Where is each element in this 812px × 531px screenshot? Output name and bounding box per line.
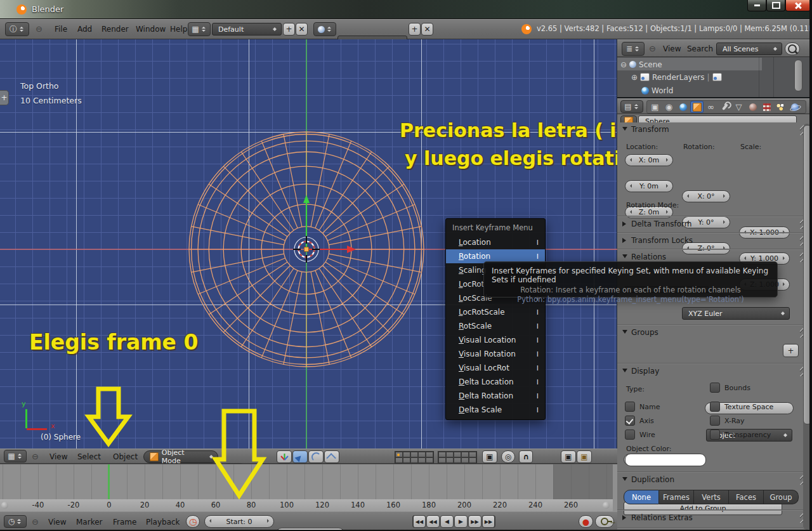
xray-checkbox-row[interactable]: X-Ray bbox=[710, 416, 745, 426]
scrollbar-cap-right[interactable] bbox=[603, 502, 610, 509]
name-checkbox[interactable] bbox=[625, 402, 635, 412]
relations-extras-panel-header[interactable]: Relations Extras bbox=[622, 513, 693, 522]
screen-layout-name-field[interactable]: Default bbox=[212, 23, 282, 36]
menu-window[interactable]: Window bbox=[136, 22, 166, 37]
rotation-x-field[interactable]: X: 0° bbox=[682, 190, 730, 202]
viewport-menu-view[interactable]: View bbox=[49, 449, 67, 464]
editor-type-selector[interactable]: ⓘ bbox=[5, 22, 29, 36]
outliner-row-renderlayers[interactable]: ⊕ RenderLayers | bbox=[631, 70, 722, 84]
menu-item-visual-rotation[interactable]: Visual RotationI bbox=[446, 347, 545, 361]
outliner-scrollbar[interactable] bbox=[794, 60, 802, 91]
properties-editor-selector[interactable]: ▤ bbox=[620, 100, 643, 113]
jump-to-end-button[interactable]: ▶▶ bbox=[482, 515, 495, 528]
layers-grid-2[interactable] bbox=[438, 451, 477, 464]
axis-checkbox-row[interactable]: Axis bbox=[625, 416, 654, 426]
maximize-button[interactable] bbox=[766, 0, 785, 11]
duplication-none-button[interactable]: None bbox=[624, 490, 659, 504]
axis-checkbox[interactable] bbox=[625, 416, 635, 426]
menu-item-visual-locrot[interactable]: Visual LocRotI bbox=[446, 361, 545, 375]
collapse-menus-icon[interactable]: ⊖ bbox=[36, 22, 43, 37]
menu-render[interactable]: Render bbox=[102, 22, 129, 37]
name-checkbox-row[interactable]: Name bbox=[625, 402, 660, 412]
texture-tab[interactable] bbox=[760, 101, 773, 113]
use-preview-range-button[interactable]: ◷ bbox=[186, 515, 200, 528]
display-filter-dropdown[interactable]: All Scenes bbox=[716, 43, 782, 55]
jump-to-start-button[interactable]: ◀◀ bbox=[412, 515, 426, 528]
timeline-menu-frame[interactable]: Frame bbox=[113, 515, 136, 530]
duplication-group-button[interactable]: Group bbox=[764, 490, 799, 504]
xray-checkbox[interactable] bbox=[710, 416, 720, 426]
bounds-checkbox[interactable] bbox=[710, 383, 720, 393]
start-frame-field[interactable]: Start: 0 bbox=[204, 515, 274, 528]
renderlayer-toggle-icon[interactable] bbox=[712, 73, 722, 81]
collapse-icon[interactable]: ⊖ bbox=[620, 60, 627, 69]
menu-item-delta-rotation[interactable]: Delta RotationI bbox=[446, 389, 545, 403]
object-data-tab[interactable]: ▽ bbox=[732, 101, 745, 113]
bounds-checkbox-row[interactable]: Bounds bbox=[710, 383, 750, 393]
location-x-field[interactable]: X: 0m bbox=[625, 154, 673, 166]
delete-layout-button[interactable]: ✕ bbox=[296, 23, 308, 36]
outliner-row-scene[interactable]: ⊖ Scene bbox=[620, 58, 662, 71]
scene-selector[interactable] bbox=[313, 22, 336, 36]
scene-tab[interactable]: ◉ bbox=[662, 101, 676, 113]
duplication-panel-header[interactable]: Duplication bbox=[622, 475, 674, 484]
timeline-editor-selector[interactable]: ◷ bbox=[4, 515, 27, 528]
close-button[interactable] bbox=[785, 0, 811, 11]
add-scene-button[interactable]: + bbox=[409, 23, 421, 36]
transparency-checkbox-row[interactable]: Transparency bbox=[710, 429, 771, 440]
duplication-frames-button[interactable]: Frames bbox=[659, 490, 694, 504]
scrollbar-cap-left[interactable] bbox=[1, 502, 8, 509]
delta-transform-panel-header[interactable]: Delta Transform bbox=[622, 220, 692, 228]
expand-icon[interactable]: ⊕ bbox=[631, 73, 638, 82]
new-group-button[interactable]: + bbox=[783, 344, 799, 357]
keying-set-button[interactable] bbox=[595, 515, 614, 528]
collapse-menus-icon[interactable]: ⊖ bbox=[32, 515, 39, 530]
add-layout-button[interactable]: + bbox=[283, 23, 295, 36]
viewport-editor-selector[interactable]: ▦ bbox=[4, 450, 27, 462]
collapse-menus-icon[interactable]: ⊖ bbox=[649, 41, 656, 56]
snap-toggle-button[interactable]: ∩ bbox=[519, 450, 533, 463]
play-button[interactable]: ▶ bbox=[454, 515, 468, 528]
render-opengl-button[interactable]: ▣ bbox=[561, 450, 576, 463]
particles-tab[interactable] bbox=[774, 101, 787, 113]
window-title-bar[interactable]: Blender bbox=[0, 0, 812, 19]
menu-add[interactable]: Add bbox=[77, 22, 92, 37]
collapse-menus-icon[interactable]: ⊖ bbox=[32, 449, 39, 464]
timeline-menu-playback[interactable]: Playback bbox=[146, 515, 180, 530]
relations-panel-header[interactable]: Relations bbox=[622, 252, 666, 261]
transform-locks-panel-header[interactable]: Transform Locks bbox=[622, 236, 693, 245]
play-reverse-button[interactable]: ◀ bbox=[440, 515, 454, 528]
outliner-row-world[interactable]: World bbox=[641, 84, 673, 97]
next-keyframe-button[interactable]: ▶▶ bbox=[468, 515, 481, 528]
wire-checkbox-row[interactable]: Wire bbox=[625, 429, 655, 440]
viewport-menu-object[interactable]: Object bbox=[113, 449, 138, 464]
menu-item-location[interactable]: LocationI bbox=[446, 235, 545, 249]
transparency-checkbox[interactable] bbox=[710, 429, 720, 440]
constraints-tab[interactable]: ∞ bbox=[704, 101, 717, 113]
screen-layout-selector[interactable]: ▦ bbox=[188, 22, 211, 36]
viewport-menu-select[interactable]: Select bbox=[77, 449, 101, 464]
wire-checkbox[interactable] bbox=[625, 429, 635, 440]
proportional-edit-button[interactable]: ◎ bbox=[501, 450, 515, 463]
display-panel-header[interactable]: Display bbox=[622, 367, 659, 376]
render-tab[interactable]: ▣ bbox=[648, 101, 662, 113]
world-tab[interactable] bbox=[676, 101, 690, 113]
object-name-field[interactable]: Sphere bbox=[638, 115, 797, 122]
physics-tab[interactable] bbox=[788, 101, 801, 113]
groups-panel-header[interactable]: Groups bbox=[622, 328, 658, 337]
object-color-swatch[interactable] bbox=[625, 454, 706, 466]
material-tab[interactable] bbox=[746, 101, 759, 113]
rotate-manipulator-button[interactable] bbox=[308, 450, 324, 463]
search-button[interactable] bbox=[785, 43, 800, 55]
translate-manipulator-button[interactable] bbox=[292, 450, 308, 463]
object-tab[interactable] bbox=[690, 101, 704, 113]
texture-space-checkbox-row[interactable]: Texture Space bbox=[710, 402, 773, 412]
render-opengl-anim-button[interactable]: ▣ bbox=[577, 450, 592, 463]
rotation-mode-dropdown[interactable]: XYZ Euler bbox=[682, 307, 790, 320]
menu-item-delta-scale[interactable]: Delta ScaleI bbox=[446, 403, 545, 417]
minimize-button[interactable] bbox=[747, 0, 766, 11]
manipulator-toggle-button[interactable] bbox=[277, 450, 292, 463]
timeline-ruler[interactable]: -40 -20 0 20 40 60 80 100 120 140 160 18… bbox=[0, 499, 613, 512]
auto-keyframe-record-button[interactable]: ● bbox=[579, 515, 593, 528]
duplication-faces-button[interactable]: Faces bbox=[729, 490, 764, 504]
